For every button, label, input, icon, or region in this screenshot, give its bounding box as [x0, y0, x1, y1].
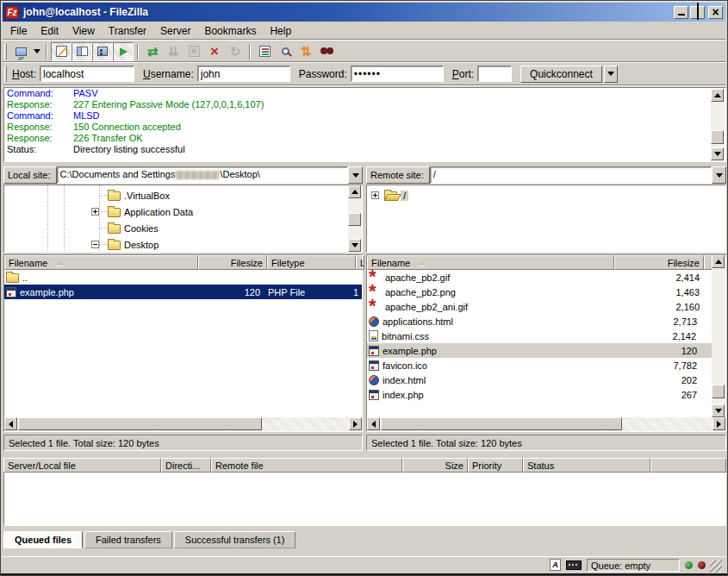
remote-list-scrollbar[interactable]: [712, 255, 725, 417]
file-row[interactable]: ..: [4, 270, 362, 285]
file-name: applications.html: [383, 316, 612, 327]
tree-item[interactable]: Cookies: [4, 220, 362, 236]
expander-icon[interactable]: [371, 191, 379, 199]
tree-item[interactable]: Application Data: [4, 203, 362, 220]
host-input[interactable]: [40, 66, 134, 82]
menu-transfer[interactable]: Transfer: [102, 23, 153, 39]
expander-icon[interactable]: [91, 241, 99, 248]
local-site-dropdown-button[interactable]: [348, 166, 363, 184]
scroll-down-button[interactable]: [348, 239, 361, 252]
close-button[interactable]: [708, 6, 723, 19]
tree-item[interactable]: .VirtualBox: [4, 187, 362, 203]
remote-site-path-combo[interactable]: /: [430, 166, 712, 184]
quickconnect-button[interactable]: Quickconnect: [520, 66, 602, 83]
expander-icon[interactable]: [91, 208, 99, 216]
file-row[interactable]: favicon.ico 7,782: [367, 358, 725, 373]
scroll-down-button[interactable]: [712, 404, 725, 417]
column-header-filesize[interactable]: Filesize: [198, 255, 267, 270]
file-row[interactable]: bitnami.css 2,142: [367, 329, 725, 343]
scrollbar-thumb[interactable]: [712, 385, 725, 398]
queue-header: Server/Local file Directi... Remote file…: [3, 458, 726, 473]
toolbar-grip[interactable]: [4, 44, 7, 59]
column-header-status[interactable]: Status: [523, 458, 650, 473]
remote-site-bar: Remote site: /: [366, 166, 726, 184]
toggle-remote-tree-button[interactable]: [92, 42, 113, 61]
scrollbar-thumb[interactable]: [711, 130, 724, 144]
remote-site-dropdown-button[interactable]: [712, 166, 726, 184]
resize-grip[interactable]: [710, 560, 722, 573]
quickconnect-grip[interactable]: [4, 66, 7, 82]
menu-help[interactable]: Help: [263, 23, 298, 39]
tab-successful-transfers[interactable]: Successful transfers (1): [174, 531, 296, 548]
maximize-button[interactable]: [690, 6, 705, 19]
file-row[interactable]: index.php 267: [367, 387, 725, 402]
synchronized-browsing-button[interactable]: ⇅: [296, 42, 316, 61]
column-header-remote-file[interactable]: Remote file: [211, 458, 402, 473]
username-input[interactable]: [197, 66, 290, 82]
menu-edit[interactable]: Edit: [34, 23, 65, 39]
column-header-priority[interactable]: Priority: [468, 458, 523, 473]
port-input[interactable]: [477, 66, 512, 82]
minimize-button[interactable]: [674, 6, 688, 19]
tab-failed-transfers[interactable]: Failed transfers: [84, 531, 172, 548]
log-label: Status:: [4, 144, 73, 155]
file-row-selected[interactable]: example.php 120 PHP File 1: [4, 285, 362, 299]
scroll-up-button[interactable]: [348, 185, 361, 198]
column-header-direction[interactable]: Directi...: [161, 458, 211, 473]
disconnect-button[interactable]: ×: [204, 42, 225, 61]
column-header-filename[interactable]: Filename: [367, 255, 614, 270]
scroll-left-button[interactable]: [4, 417, 17, 430]
password-input[interactable]: [351, 66, 444, 82]
scroll-right-button[interactable]: [712, 417, 725, 430]
file-row[interactable]: apache_pb2.gif 2,414: [367, 270, 725, 285]
scroll-right-button[interactable]: [349, 417, 362, 430]
scrollbar-thumb[interactable]: [348, 213, 361, 226]
scroll-down-button[interactable]: [711, 147, 724, 160]
menu-bookmarks[interactable]: Bookmarks: [197, 23, 263, 39]
arrow-down-icon: [715, 409, 722, 413]
tree-item[interactable]: /: [367, 187, 725, 203]
file-row[interactable]: apache_pb2.png 1,463: [367, 285, 725, 299]
local-tree-scrollbar[interactable]: [348, 185, 362, 252]
menu-server[interactable]: Server: [153, 23, 197, 39]
column-label: Filename: [9, 258, 47, 268]
directory-comparison-button[interactable]: [275, 42, 296, 61]
menu-view[interactable]: View: [65, 23, 102, 39]
remote-horizontal-scrollbar[interactable]: [367, 417, 725, 431]
quickconnect-dropdown-button[interactable]: [604, 66, 618, 83]
scroll-up-button[interactable]: [711, 89, 724, 102]
refresh-button[interactable]: ⇄: [142, 42, 163, 61]
scroll-left-button[interactable]: [367, 417, 380, 430]
scroll-up-button[interactable]: [712, 255, 725, 268]
column-header-last-modified[interactable]: L: [356, 255, 364, 270]
process-queue-button[interactable]: ⇊: [163, 42, 184, 61]
reconnect-button[interactable]: ↻: [225, 42, 246, 61]
local-site-path-combo[interactable]: C:\Documents and Settings\Desktop\: [57, 166, 348, 184]
tree-item[interactable]: Desktop: [4, 236, 362, 253]
menu-file[interactable]: File: [3, 23, 34, 39]
column-header-filename[interactable]: Filename: [4, 255, 198, 270]
scrollbar-thumb[interactable]: [381, 417, 622, 430]
cancel-button[interactable]: ×: [184, 42, 204, 61]
site-manager-button[interactable]: [10, 42, 31, 61]
toggle-local-tree-button[interactable]: [72, 42, 92, 61]
filter-button[interactable]: [254, 42, 275, 61]
column-header-size[interactable]: Size: [402, 458, 468, 473]
column-header-filesize[interactable]: Filesize: [614, 255, 704, 270]
firefox-html-icon: [369, 375, 379, 385]
folder-icon: [108, 191, 121, 201]
file-row[interactable]: applications.html 2,713: [367, 314, 725, 329]
column-header-server-local-file[interactable]: Server/Local file: [3, 458, 161, 473]
log-scrollbar[interactable]: [711, 89, 725, 160]
file-row[interactable]: index.html 202: [367, 373, 725, 387]
find-files-button[interactable]: [316, 42, 337, 61]
file-row-selected[interactable]: example.php 120: [367, 343, 725, 358]
toggle-queue-button[interactable]: [113, 42, 134, 61]
site-manager-dropdown-button[interactable]: [31, 42, 42, 61]
toggle-message-log-button[interactable]: [51, 42, 72, 61]
file-row[interactable]: apache_pb2_ani.gif 2,160: [367, 299, 725, 314]
scrollbar-thumb[interactable]: [18, 417, 262, 430]
local-horizontal-scrollbar[interactable]: [4, 417, 362, 431]
tab-queued-files[interactable]: Queued files: [3, 531, 83, 548]
column-header-filetype[interactable]: Filetype: [267, 255, 356, 270]
